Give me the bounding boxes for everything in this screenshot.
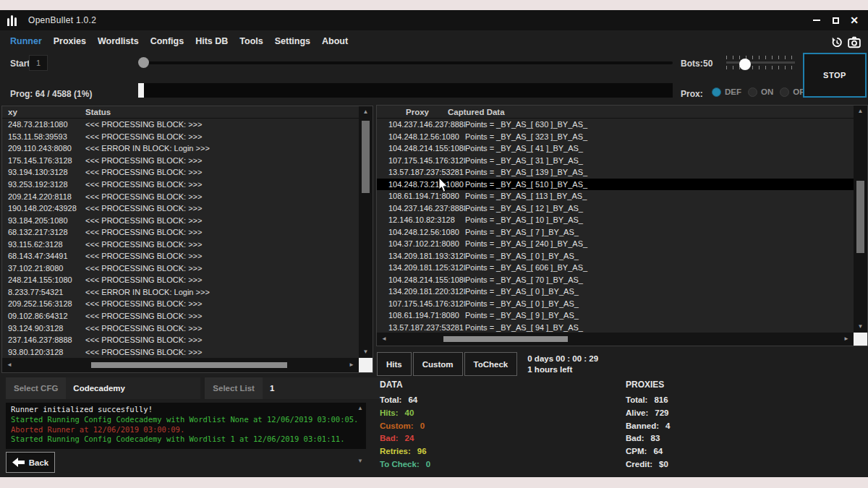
horizontal-scrollbar[interactable]: ◄ ► (2, 358, 359, 372)
bots-slider-thumb[interactable] (739, 59, 751, 70)
stat-value: 64 (408, 395, 417, 404)
column-header-proxy[interactable]: Proxy (377, 108, 448, 116)
select-cfg-button[interactable]: Select CFG (6, 377, 66, 399)
vertical-scrollbar[interactable]: ▲ ▼ (854, 106, 867, 333)
table-row[interactable]: 68.143.47:34491 <<< PROCESSING BLOCK: >>… (2, 250, 359, 262)
maximize-button[interactable] (826, 11, 845, 30)
scrollbar-thumb[interactable] (91, 362, 287, 368)
start-slider[interactable] (138, 61, 673, 64)
table-row[interactable]: 37.102.21:8080 <<< PROCESSING BLOCK: >>> (2, 262, 359, 275)
table-row[interactable]: 107.175.145.176:3128 Points = _BY_AS_[ 0… (377, 298, 854, 310)
select-list-button[interactable]: Select List (205, 377, 263, 399)
table-row[interactable]: 93.80.120:3128 <<< PROCESSING BLOCK: >>> (2, 346, 359, 358)
cell-proxy: 248.73.218:1080 (2, 120, 85, 129)
table-row[interactable]: 153.11.58:39593 <<< PROCESSING BLOCK: >>… (2, 131, 359, 143)
camera-icon[interactable] (848, 36, 861, 48)
table-row[interactable]: 09.102.86:64312 <<< PROCESSING BLOCK: >>… (2, 310, 359, 322)
scroll-up-icon[interactable]: ▲ (363, 109, 369, 115)
scroll-up-icon[interactable]: ▲ (858, 108, 864, 114)
close-button[interactable]: ✕ (845, 11, 864, 30)
table-row[interactable]: 104.237.146.237:8888 Points = _BY_AS_[ 6… (377, 119, 854, 131)
app-window: OpenBullet 1.0.2 ✕ RunnerProxiesWordlist… (0, 10, 868, 477)
table-row[interactable]: 237.146.237:8888 <<< PROCESSING BLOCK: >… (2, 334, 359, 346)
column-header-proxy[interactable]: xy (2, 108, 85, 116)
table-row[interactable]: 68.132.217:3128 <<< PROCESSING BLOCK: >>… (2, 226, 359, 239)
scrollbar-thumb[interactable] (443, 336, 567, 342)
results-tab[interactable]: ToCheck (464, 352, 518, 376)
table-row[interactable]: 104.37.102.21:8080 Points = _BY_AS_[ 240… (377, 238, 854, 250)
table-row[interactable]: 104.248.214.155:1080 Points = _BY_AS_[ 7… (377, 274, 854, 286)
bots-slider[interactable] (726, 56, 795, 73)
column-header-status[interactable]: Status (85, 108, 373, 116)
scrollbar-thumb[interactable] (856, 181, 864, 253)
cell-captured-data: Points = _BY_AS_[ 41 ]_BY_AS_ (465, 144, 854, 153)
scroll-right-icon[interactable]: ► (843, 336, 849, 342)
proxy-mode-radio[interactable]: DEF (712, 87, 741, 97)
cell-proxy: 248.214.155:1080 (2, 275, 85, 284)
menu-item[interactable]: Tools (239, 36, 263, 46)
table-row[interactable]: 134.209.181.220:3128 Points = _BY_AS_[ 0… (377, 286, 854, 298)
scroll-up-icon[interactable]: ▲ (357, 406, 363, 411)
table-row[interactable]: 108.61.194.71:8080 Points = _BY_AS_[ 9 ]… (377, 309, 854, 322)
menu-item[interactable]: Wordlists (98, 36, 139, 46)
table-row[interactable]: 134.209.181.193:3128 Points = _BY_AS_[ 0… (377, 250, 854, 262)
results-tab[interactable]: Hits (377, 352, 412, 376)
table-row[interactable]: 209.252.156:3128 <<< PROCESSING BLOCK: >… (2, 298, 359, 310)
log-console[interactable]: Runner initialized succesfully!Started R… (6, 403, 366, 449)
scroll-down-icon[interactable]: ▼ (363, 349, 369, 355)
table-row[interactable]: 209.110.243:8080 <<< ERROR IN BLOCK: Log… (2, 142, 359, 155)
stat-label: To Check: (380, 460, 420, 468)
table-row[interactable]: 93.184.205:1080 <<< PROCESSING BLOCK: >>… (2, 214, 359, 226)
radio-dot-icon (780, 87, 789, 97)
table-row[interactable]: 12.146.10.82:3128 Points = _BY_AS_[ 10 ]… (377, 214, 854, 226)
stop-button[interactable]: STOP (803, 53, 867, 98)
menu-item[interactable]: Settings (275, 36, 310, 46)
minimize-button[interactable] (807, 11, 826, 30)
table-row[interactable]: 134.209.181.125:3128 Points = _BY_AS_[ 6… (377, 262, 854, 274)
start-slider-thumb[interactable] (138, 57, 149, 68)
history-icon[interactable] (830, 36, 843, 48)
table-row[interactable]: 93.194.130:3128 <<< PROCESSING BLOCK: >>… (2, 166, 359, 179)
start-input[interactable] (29, 55, 48, 71)
results-tab[interactable]: Custom (413, 352, 463, 376)
remaining-time: 1 hours left (527, 365, 598, 374)
cell-status: <<< PROCESSING BLOCK: >>> (85, 348, 359, 356)
menu-item[interactable]: About (322, 36, 348, 46)
table-row[interactable]: 209.214.220:8118 <<< PROCESSING BLOCK: >… (2, 190, 359, 202)
scrollbar-thumb[interactable] (362, 121, 370, 193)
table-row[interactable]: 13.57.187.237:53281 Points = _BY_AS_[ 94… (377, 322, 854, 333)
menu-item[interactable]: Configs (150, 36, 184, 46)
table-row[interactable]: 107.175.145.176:3128 Points = _BY_AS_[ 3… (377, 155, 854, 167)
table-row[interactable]: 93.124.90:3128 <<< PROCESSING BLOCK: >>> (2, 322, 359, 334)
table-row[interactable]: 93.253.192:3128 <<< PROCESSING BLOCK: >>… (2, 179, 359, 191)
cell-proxy: 134.209.181.125:3128 (377, 263, 465, 272)
cell-captured-data: Points = _BY_AS_[ 94 ]_BY_AS_ (465, 323, 854, 332)
log-line: Started Running Config Codecademy with W… (11, 415, 361, 425)
table-row[interactable]: 104.248.12.56:1080 Points = _BY_AS_[ 7 ]… (377, 226, 854, 239)
scroll-left-icon[interactable]: ◄ (7, 362, 12, 368)
horizontal-scrollbar[interactable]: ◄ ► (377, 333, 854, 346)
table-row[interactable]: 104.248.12.56:1080 Points = _BY_AS_[ 323… (377, 131, 854, 143)
column-header-captured-data[interactable]: Captured Data (448, 108, 867, 116)
table-row[interactable]: 8.233.77:54321 <<< ERROR IN BLOCK: Login… (2, 286, 359, 299)
menu-item[interactable]: Hits DB (195, 36, 228, 46)
scroll-right-icon[interactable]: ► (349, 362, 354, 368)
table-row[interactable]: 104.248.214.155:1080 Points = _BY_AS_[ 4… (377, 142, 854, 155)
table-row[interactable]: 104.237.146.237:8888 Points = _BY_AS_[ 1… (377, 202, 854, 215)
table-row[interactable]: 93.115.62:3128 <<< PROCESSING BLOCK: >>> (2, 238, 359, 250)
table-row[interactable]: 248.73.218:1080 <<< PROCESSING BLOCK: >>… (2, 119, 359, 131)
scroll-down-icon[interactable]: ▼ (858, 324, 864, 330)
table-row[interactable]: 248.214.155:1080 <<< PROCESSING BLOCK: >… (2, 274, 359, 286)
scroll-left-icon[interactable]: ◄ (381, 336, 387, 342)
table-row[interactable]: 190.148.202:43928 <<< PROCESSING BLOCK: … (2, 202, 359, 215)
vertical-scrollbar[interactable]: ▲ ▼ (359, 106, 373, 358)
results-bar: HitsCustomToCheck 0 days 00 : 00 : 29 1 … (377, 352, 598, 376)
table-row[interactable]: 175.145.176:3128 <<< PROCESSING BLOCK: >… (2, 155, 359, 167)
cell-proxy: 153.11.58:39593 (2, 132, 85, 141)
proxy-mode-radio[interactable]: ON (748, 87, 773, 97)
scroll-down-icon[interactable]: ▼ (357, 458, 363, 464)
table-row[interactable]: 13.57.187.237:53281 Points = _BY_AS_[ 13… (377, 166, 854, 179)
menu-item[interactable]: Runner (10, 36, 42, 46)
menu-item[interactable]: Proxies (54, 36, 86, 46)
back-button[interactable]: Back (6, 452, 55, 473)
